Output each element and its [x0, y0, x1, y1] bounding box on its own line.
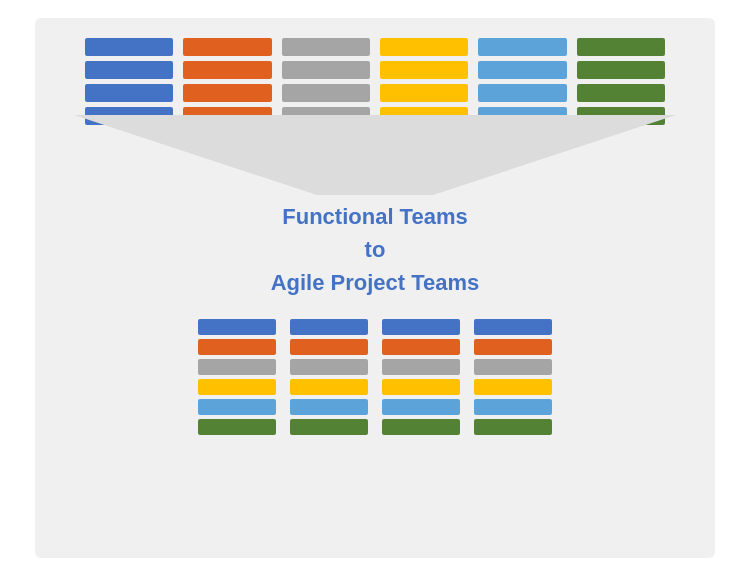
- bar-blue-1: [85, 38, 173, 56]
- title-line1: Functional Teams: [271, 200, 480, 233]
- agile-t4-green: [474, 419, 552, 435]
- agile-t3-yellow: [382, 379, 460, 395]
- agile-t4-orange: [474, 339, 552, 355]
- agile-t1-orange: [198, 339, 276, 355]
- bar-yellow-3: [380, 84, 468, 102]
- bar-lightblue-3: [478, 84, 566, 102]
- agile-t1-gray: [198, 359, 276, 375]
- bar-green-1: [577, 38, 665, 56]
- bar-blue-2: [85, 61, 173, 79]
- agile-t2-yellow: [290, 379, 368, 395]
- agile-t3-green: [382, 419, 460, 435]
- bar-blue-3: [85, 84, 173, 102]
- bottom-section: [198, 319, 552, 435]
- diagram-container: Functional Teams to Agile Project Teams: [35, 18, 715, 558]
- top-teams-grid: [85, 38, 665, 125]
- agile-t2-gray: [290, 359, 368, 375]
- bar-orange-2: [183, 61, 271, 79]
- top-row-3: [85, 84, 665, 102]
- top-row-2: [85, 61, 665, 79]
- agile-t3-lightblue: [382, 399, 460, 415]
- bar-gray-3: [282, 84, 370, 102]
- agile-t1-green: [198, 419, 276, 435]
- bar-yellow-2: [380, 61, 468, 79]
- agile-t3-orange: [382, 339, 460, 355]
- agile-t2-blue: [290, 319, 368, 335]
- bar-gray-2: [282, 61, 370, 79]
- title-line2: to: [271, 233, 480, 266]
- funnel-shape: [45, 115, 705, 195]
- agile-team-1: [198, 319, 276, 435]
- bar-orange-3: [183, 84, 271, 102]
- top-row-1: [85, 38, 665, 56]
- bar-lightblue-1: [478, 38, 566, 56]
- bar-orange-1: [183, 38, 271, 56]
- title-line3: Agile Project Teams: [271, 266, 480, 299]
- bar-green-3: [577, 84, 665, 102]
- agile-t4-gray: [474, 359, 552, 375]
- agile-t2-green: [290, 419, 368, 435]
- bar-green-2: [577, 61, 665, 79]
- agile-t1-yellow: [198, 379, 276, 395]
- agile-team-2: [290, 319, 368, 435]
- agile-t2-lightblue: [290, 399, 368, 415]
- bar-lightblue-2: [478, 61, 566, 79]
- agile-t1-blue: [198, 319, 276, 335]
- agile-t1-lightblue: [198, 399, 276, 415]
- bar-gray-1: [282, 38, 370, 56]
- transformation-label: Functional Teams to Agile Project Teams: [271, 200, 480, 299]
- bar-yellow-1: [380, 38, 468, 56]
- agile-t4-yellow: [474, 379, 552, 395]
- agile-team-3: [382, 319, 460, 435]
- funnel-svg: [45, 115, 705, 195]
- agile-team-4: [474, 319, 552, 435]
- agile-t2-orange: [290, 339, 368, 355]
- agile-t3-blue: [382, 319, 460, 335]
- agile-t3-gray: [382, 359, 460, 375]
- agile-t4-lightblue: [474, 399, 552, 415]
- agile-t4-blue: [474, 319, 552, 335]
- top-section: [45, 38, 705, 125]
